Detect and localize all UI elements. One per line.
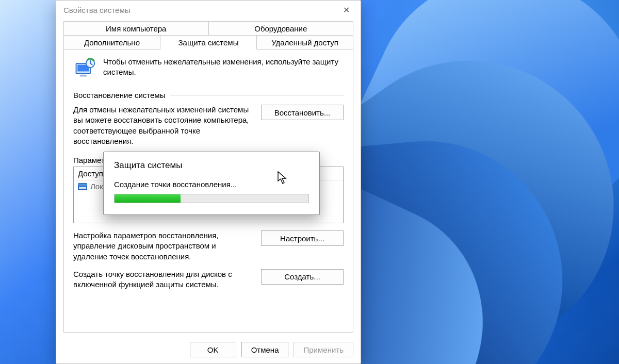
tab-hardware[interactable]: Оборудование	[209, 21, 354, 36]
cancel-button[interactable]: Отмена	[241, 342, 289, 357]
progress-dialog-title: Защита системы	[114, 160, 309, 171]
window-title: Свойства системы	[63, 6, 131, 14]
dialog-footer: OK Отмена Применить	[56, 338, 361, 363]
restore-section-title: Восстановление системы	[73, 91, 165, 100]
progress-dialog-message: Создание точки восстановления...	[114, 180, 309, 189]
create-button[interactable]: Создать...	[261, 269, 344, 285]
apply-button: Применить	[294, 342, 353, 357]
close-icon: ✕	[343, 5, 350, 15]
tab-system-protection[interactable]: Защита системы	[160, 35, 257, 49]
progress-dialog: Защита системы Создание точки восстановл…	[103, 152, 320, 215]
restore-button[interactable]: Восстановить...	[261, 105, 344, 120]
tab-computer-name[interactable]: Имя компьютера	[63, 21, 209, 36]
tab-advanced[interactable]: Дополнительно	[63, 35, 160, 49]
configure-description: Настройка параметров восстановления, упр…	[73, 230, 251, 262]
restore-description: Для отмены нежелательных изменений систе…	[73, 105, 251, 146]
ok-button[interactable]: OK	[190, 342, 236, 357]
progress-fill	[115, 194, 181, 203]
titlebar[interactable]: Свойства системы ✕	[56, 1, 361, 19]
progress-bar	[114, 194, 309, 203]
svg-rect-2	[80, 75, 87, 77]
disk-icon	[78, 183, 87, 190]
intro-text: Чтобы отменить нежелательные изменения, …	[103, 57, 344, 81]
configure-button[interactable]: Настроить...	[261, 230, 344, 246]
divider	[170, 95, 344, 95]
close-button[interactable]: ✕	[336, 3, 356, 17]
system-protection-icon	[73, 57, 96, 81]
create-description: Создать точку восстановления для дисков …	[73, 269, 251, 290]
tab-remote[interactable]: Удаленный доступ	[257, 35, 353, 49]
tabs: Имя компьютера Оборудование Дополнительн…	[56, 19, 361, 49]
